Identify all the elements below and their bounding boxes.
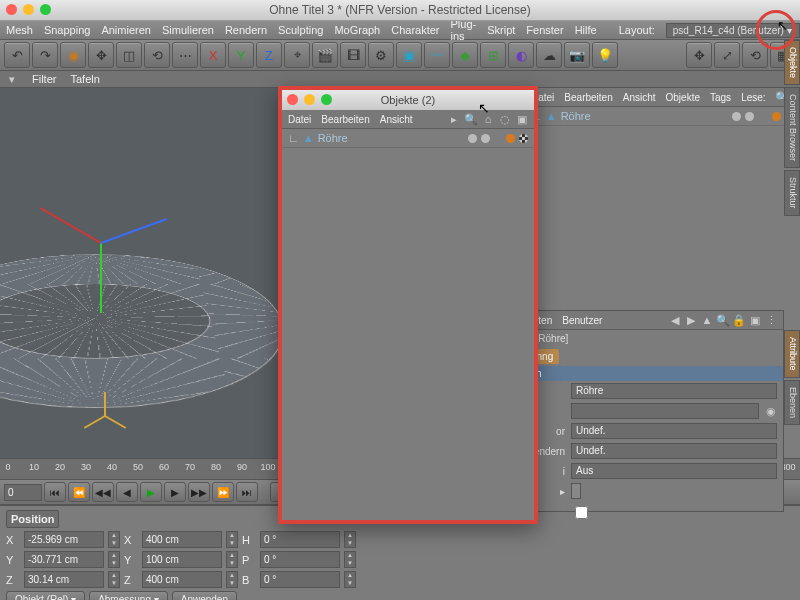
float-minimize[interactable]: [304, 94, 315, 105]
step-back-button[interactable]: ⏪: [68, 482, 90, 502]
spinner[interactable]: ▲▼: [226, 531, 238, 548]
spinner[interactable]: ▲▼: [108, 571, 120, 588]
menu-skript[interactable]: Skript: [487, 24, 515, 36]
render-view[interactable]: 🎬: [312, 42, 338, 68]
attr-back-icon[interactable]: ◀: [669, 314, 681, 326]
spline-primitive[interactable]: 〰: [424, 42, 450, 68]
attr-name-field[interactable]: Röhre: [571, 383, 777, 399]
spinner[interactable]: ▲▼: [226, 571, 238, 588]
sidetab-objekte[interactable]: Objekte: [784, 40, 800, 85]
attr-layer-field[interactable]: [571, 403, 759, 419]
coord-pos-y[interactable]: -30.771 cm: [24, 551, 104, 568]
axis-x-lock[interactable]: X: [200, 42, 226, 68]
zoom-window[interactable]: [40, 4, 51, 15]
attr-editor-vis[interactable]: Undef.: [571, 423, 777, 439]
menu-plugins[interactable]: Plug-ins: [451, 18, 477, 42]
prev-key-button[interactable]: ◀◀: [92, 482, 114, 502]
attr-display-mode[interactable]: Aus: [571, 463, 777, 479]
axis-z-lock[interactable]: Z: [256, 42, 282, 68]
cube-primitive[interactable]: ▣: [396, 42, 422, 68]
objmgr-menu-objekte[interactable]: Objekte: [666, 92, 700, 103]
coord-dim-button[interactable]: Abmessung ▾: [89, 591, 168, 600]
deformer[interactable]: ◐: [508, 42, 534, 68]
menu-animieren[interactable]: Animieren: [101, 24, 151, 36]
float-more-icon[interactable]: ▸: [448, 113, 460, 125]
float-object-name[interactable]: Röhre: [318, 132, 348, 144]
sidetab-struktur[interactable]: Struktur: [784, 170, 800, 216]
menu-mesh[interactable]: Mesh: [6, 24, 33, 36]
attr-lock-icon[interactable]: 🔒: [733, 314, 745, 326]
array-generator[interactable]: ⊞: [480, 42, 506, 68]
attr-xray-checkbox[interactable]: [575, 506, 588, 519]
next-frame-button[interactable]: ▶: [164, 482, 186, 502]
menu-hilfe[interactable]: Hilfe: [575, 24, 597, 36]
viewport-move-icon[interactable]: ✥: [686, 42, 712, 68]
select-tool[interactable]: ◉: [60, 42, 86, 68]
play-button[interactable]: ▶: [140, 482, 162, 502]
float-zoom[interactable]: [321, 94, 332, 105]
coord-rot-h[interactable]: 0 °: [260, 531, 340, 548]
rotate-tool[interactable]: ⟲: [144, 42, 170, 68]
scale-tool[interactable]: ◫: [116, 42, 142, 68]
float-vis-render[interactable]: [481, 134, 490, 143]
float-tag-phong[interactable]: [506, 134, 515, 143]
camera[interactable]: 📷: [564, 42, 590, 68]
menu-sculpting[interactable]: Sculpting: [278, 24, 323, 36]
render-settings[interactable]: ⚙: [368, 42, 394, 68]
attr-menu-icon[interactable]: ⋮: [765, 314, 777, 326]
current-frame-field[interactable]: 0: [4, 484, 42, 501]
float-tag-texture[interactable]: [519, 134, 528, 143]
light[interactable]: 💡: [592, 42, 618, 68]
redo-button[interactable]: ↷: [32, 42, 58, 68]
objmgr-menu-ansicht[interactable]: Ansicht: [623, 92, 656, 103]
sidetab-attribute[interactable]: Attribute: [784, 330, 800, 378]
attr-render-vis[interactable]: Undef.: [571, 443, 777, 459]
filter-menu[interactable]: Filter: [32, 73, 56, 85]
next-key-button[interactable]: ▶▶: [188, 482, 210, 502]
menu-simulieren[interactable]: Simulieren: [162, 24, 214, 36]
axis-y-lock[interactable]: Y: [228, 42, 254, 68]
spinner[interactable]: ▲▼: [344, 531, 356, 548]
minimize-window[interactable]: [23, 4, 34, 15]
last-tool[interactable]: ⋯: [172, 42, 198, 68]
attr-menu-benutzer[interactable]: Benutzer: [562, 315, 602, 326]
close-window[interactable]: [6, 4, 17, 15]
coord-size-y[interactable]: 100 cm: [142, 551, 222, 568]
coord-rot-p[interactable]: 0 °: [260, 551, 340, 568]
menu-rendern[interactable]: Rendern: [225, 24, 267, 36]
coord-size-x[interactable]: 400 cm: [142, 531, 222, 548]
coord-pos-z[interactable]: 30.14 cm: [24, 571, 104, 588]
float-vis-editor[interactable]: [468, 134, 477, 143]
goto-end-button[interactable]: ⏭: [236, 482, 258, 502]
undo-button[interactable]: ↶: [4, 42, 30, 68]
float-titlebar[interactable]: Objekte (2): [282, 90, 534, 110]
move-tool[interactable]: ✥: [88, 42, 114, 68]
menu-charakter[interactable]: Charakter: [391, 24, 439, 36]
spinner[interactable]: ▲▼: [108, 551, 120, 568]
menu-mograph[interactable]: MoGraph: [334, 24, 380, 36]
spinner[interactable]: ▲▼: [344, 571, 356, 588]
sidetab-content-browser[interactable]: Content Browser: [784, 87, 800, 168]
spinner[interactable]: ▲▼: [226, 551, 238, 568]
coord-mode-button[interactable]: Objekt (Rel) ▾: [6, 591, 85, 600]
filter-funnel-icon[interactable]: ▾: [6, 73, 18, 85]
float-home-icon[interactable]: ⌂: [482, 113, 494, 125]
sidetab-ebenen[interactable]: Ebenen: [784, 380, 800, 425]
coord-pos-x[interactable]: -25.969 cm: [24, 531, 104, 548]
attr-search-icon[interactable]: 🔍: [717, 314, 729, 326]
float-dock-icon[interactable]: ▣: [516, 113, 528, 125]
floating-object-manager[interactable]: Objekte (2) Datei Bearbeiten Ansicht ▸ 🔍…: [278, 86, 538, 524]
attr-color-swatch[interactable]: [571, 483, 581, 499]
visibility-editor-dot[interactable]: [732, 112, 741, 121]
visibility-render-dot[interactable]: [745, 112, 754, 121]
layer-picker-icon[interactable]: ◉: [765, 405, 777, 417]
viewport-zoom-icon[interactable]: ⤢: [714, 42, 740, 68]
float-search-icon[interactable]: 🔍: [465, 113, 477, 125]
viewport-rotate-icon[interactable]: ⟲: [742, 42, 768, 68]
object-row-roehre[interactable]: ∟ ▲ Röhre: [525, 107, 800, 126]
objmgr-menu-tags[interactable]: Tags: [710, 92, 731, 103]
float-menu-ansicht[interactable]: Ansicht: [380, 114, 413, 125]
attr-up-icon[interactable]: ▲: [701, 314, 713, 326]
tag-phong-icon[interactable]: [772, 112, 781, 121]
float-menu-bearbeiten[interactable]: Bearbeiten: [321, 114, 369, 125]
